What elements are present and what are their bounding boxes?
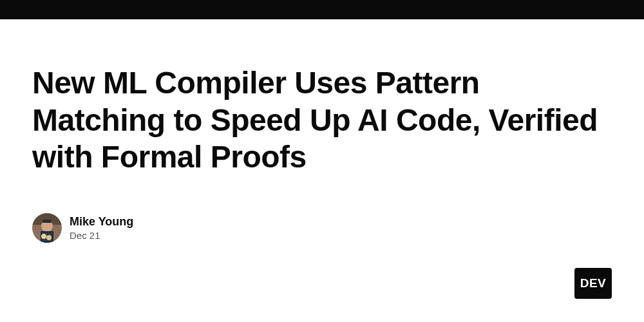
top-bar <box>0 0 644 19</box>
svg-point-7 <box>46 235 52 240</box>
author-row: Mike Young Dec 21 <box>32 213 612 243</box>
author-name[interactable]: Mike Young <box>70 215 133 229</box>
svg-point-6 <box>41 234 46 239</box>
dev-badge-text: DEV <box>580 276 607 290</box>
post-date: Dec 21 <box>70 230 133 241</box>
author-avatar[interactable] <box>32 213 62 243</box>
author-meta: Mike Young Dec 21 <box>70 215 133 241</box>
article-title: New ML Compiler Uses Pattern Matching to… <box>32 64 599 176</box>
dev-badge[interactable]: DEV <box>574 268 612 299</box>
avatar-image <box>32 213 62 243</box>
article-card: New ML Compiler Uses Pattern Matching to… <box>0 19 644 322</box>
svg-rect-3 <box>43 220 52 223</box>
